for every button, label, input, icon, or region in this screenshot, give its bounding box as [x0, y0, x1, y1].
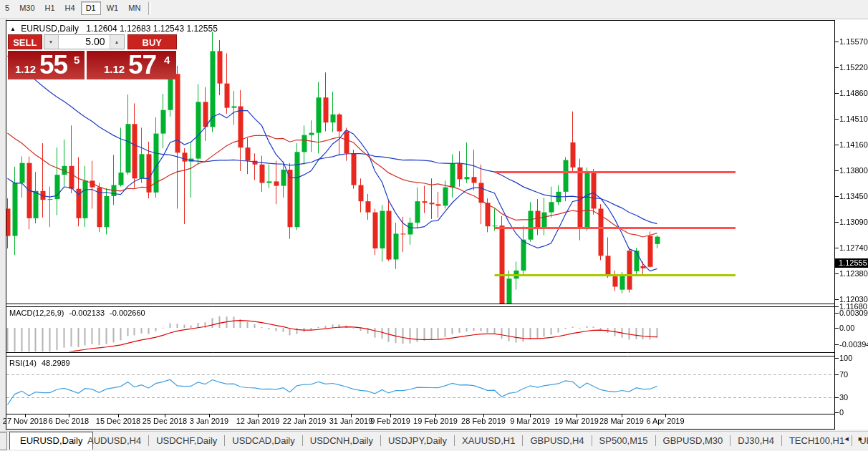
tab-usdcnh-daily[interactable]: USDCNH,Daily: [303, 435, 380, 446]
price-tick-label: 1.15220: [839, 63, 868, 72]
tab-sp500-m15[interactable]: SP500,M15: [592, 435, 655, 446]
price-tick-label: 1.13450: [839, 192, 868, 200]
buy-price-panel[interactable]: 1.12 57 4: [87, 51, 176, 79]
tab-scroll-left-icon[interactable]: ◄: [844, 435, 853, 442]
price-tick-label: 1.12380: [839, 269, 868, 278]
tab-scroll-arrows: ◄ ►: [844, 435, 867, 442]
partial-tab[interactable]: [0, 432, 7, 450]
tab-usdjpy-daily[interactable]: USDJPY,Daily: [381, 435, 454, 446]
time-axis-label: 28 Mar 2019: [599, 417, 644, 425]
tab-usdchf-daily[interactable]: USDCHF,Daily: [149, 435, 224, 446]
time-axis-label: 27 Nov 2018: [3, 417, 47, 425]
sell-price-pips: 55: [39, 50, 67, 80]
rsi-tick-label: 100: [839, 354, 852, 362]
time-axis-label: 28 Feb 2019: [461, 417, 506, 425]
rsi-value: 48.2989: [42, 359, 70, 367]
time-axis-label: 19 Feb 2019: [413, 417, 458, 425]
chart-tabs: AUDUSD,H4USDCHF,DailyUSDCAD,DailyUSDCNH,…: [80, 432, 868, 450]
chart-title: ▲ EURUSD,Daily 1.12604 1.12683 1.12543 1…: [10, 24, 218, 34]
volume-decrease-icon[interactable]: ▾: [44, 35, 59, 49]
time-axis-label: 22 Jan 2019: [283, 417, 327, 425]
tab-gbpusd-m30[interactable]: GBPUSD,M30: [656, 435, 730, 446]
buy-price-pips: 57: [128, 50, 156, 80]
buy-price-point: 4: [164, 54, 170, 66]
tab-scroll-right-icon[interactable]: ►: [857, 435, 867, 442]
time-axis-label: 31 Jan 2019: [329, 417, 373, 425]
macd-signal-value: -0.002660: [110, 309, 145, 317]
chart-ohlc-values: 1.12604 1.12683 1.12543 1.12555: [86, 24, 218, 34]
tab-dj30-h4[interactable]: DJ30,H4: [730, 435, 781, 446]
price-tick-label: 1.13800: [839, 166, 868, 175]
tab-gbpusd-h4[interactable]: GBPUSD,H4: [523, 435, 591, 446]
price-tick-label: 1.15570: [839, 37, 868, 46]
macd-main-value: -0.002133: [69, 309, 105, 317]
price-tick-label: 1.14860: [839, 89, 868, 97]
one-click-trading-widget: SELL ▾ 5.00 ▴ BUY 1.12 55 5 1.12 57 4: [8, 34, 177, 79]
price-tick-label: 1.13090: [839, 218, 868, 226]
macd-tick-label: -0.003947: [839, 340, 868, 349]
buy-button[interactable]: BUY: [127, 34, 177, 49]
rsi-name: RSI(14): [9, 359, 37, 367]
time-axis-label: 3 Jan 2019: [190, 417, 228, 425]
price-tick-label: 1.14510: [839, 115, 868, 123]
volume-increase-icon[interactable]: ▴: [110, 35, 124, 49]
chart-symbol-period: EURUSD,Daily: [21, 24, 79, 34]
rsi-tick-label: 30: [839, 393, 848, 402]
price-tick-label: 1.12740: [839, 243, 868, 252]
time-axis-label: 25 Dec 2018: [143, 417, 187, 425]
tab-xauusd-h1[interactable]: XAUUSD,H1: [455, 435, 522, 446]
time-axis-label: 6 Apr 2019: [646, 417, 684, 425]
sell-price-prefix: 1.12: [15, 63, 36, 75]
tab-usdcad-daily[interactable]: USDCAD,Daily: [225, 435, 302, 446]
sell-price-point: 5: [74, 54, 79, 66]
macd-name: MACD(12,26,9): [9, 309, 64, 317]
time-axis-label: 6 Dec 2018: [49, 417, 89, 425]
rsi-tick-label: 0: [839, 408, 844, 417]
sell-button[interactable]: SELL: [8, 34, 42, 49]
macd-indicator-label: MACD(12,26,9) -0.002133 -0.002660: [9, 309, 145, 317]
price-tick-label: 1.14160: [839, 140, 868, 149]
tab-audusd-h4[interactable]: AUDUSD,H4: [80, 435, 148, 446]
macd-tick-label: 0.003095: [839, 309, 868, 317]
sell-price-panel[interactable]: 1.12 55 5: [8, 51, 85, 79]
tab-tech100-h1[interactable]: TECH100,H1: [782, 435, 852, 446]
buy-price-prefix: 1.12: [104, 63, 125, 75]
rsi-indicator-label: RSI(14) 48.2989: [9, 359, 70, 367]
time-axis-label: 19 Mar 2019: [554, 417, 599, 425]
time-axis-label: 15 Dec 2018: [96, 417, 140, 425]
volume-input[interactable]: 5.00: [59, 35, 110, 49]
time-axis-label: 9 Feb 2019: [370, 417, 410, 425]
rsi-tick-label: 70: [839, 370, 848, 379]
current-price-badge: 1.12555: [835, 258, 868, 268]
chart-shift-icon: ▲: [10, 26, 16, 32]
time-axis-label: 12 Jan 2019: [236, 417, 280, 425]
macd-tick-label: 0.00: [839, 324, 854, 332]
volume-spinner: ▾ 5.00 ▴: [44, 34, 125, 49]
time-axis-label: 9 Mar 2019: [510, 417, 550, 425]
